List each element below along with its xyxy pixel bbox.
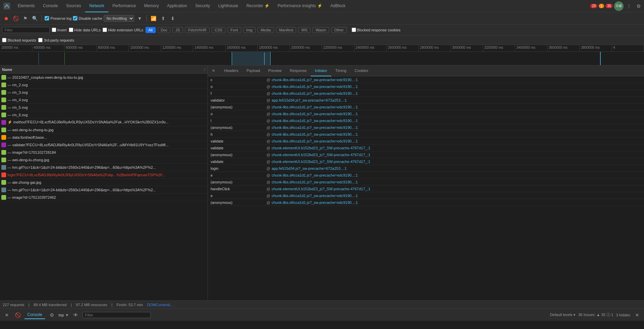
default-levels-selector[interactable]: Default levels ▾ — [550, 313, 576, 317]
initiator-row[interactable]: f @ chunk-libs.d4cca1d1.js?_sw-precache=… — [208, 90, 644, 97]
initiator-row[interactable]: validate @ chunk-elementUI.b152bd23_js?_… — [208, 158, 644, 165]
tab-memory[interactable]: Memory — [140, 0, 163, 12]
filter-icon[interactable]: ⚑ — [21, 14, 29, 23]
tab-elements[interactable]: Elements — [14, 0, 39, 12]
init-file-link[interactable]: chunk-elementUI.b152bd23_js?_SW-precache… — [272, 146, 370, 150]
init-file-link[interactable]: chunk-elementUI.b152bd23_js?_SW-precache… — [272, 187, 370, 191]
tab-sources[interactable]: Sources — [62, 0, 85, 12]
invert-checkbox[interactable] — [52, 28, 56, 32]
init-file-link[interactable]: chunk-libs.d4cca1d1.js?_sw-precache=edc9… — [272, 91, 358, 95]
settings-icon[interactable]: ⚙ — [634, 2, 643, 10]
preserve-log-checkbox[interactable] — [45, 16, 49, 20]
init-file-link[interactable]: chunk-libs.d4cca1d1.js?_sw-precache=edc9… — [272, 139, 358, 143]
tab-initiator[interactable]: Initiator — [311, 65, 331, 76]
hide-data-label[interactable]: Hide data URLs — [69, 28, 101, 32]
type-doc-btn[interactable]: Doc — [158, 27, 171, 33]
network-row[interactable]: — image?d=1701103972462 — [0, 194, 208, 201]
tab-payload[interactable]: Payload — [243, 65, 264, 76]
init-file-link[interactable]: chunk-elementUI.b152bd23_js?_SW-precache… — [272, 153, 370, 157]
init-file-link[interactable]: chunk-libs.d4cca1d1.js?_sw-precache=edc9… — [272, 132, 358, 136]
preserve-log-label[interactable]: Preserve log — [45, 16, 72, 20]
tab-network[interactable]: Network — [85, 0, 108, 12]
level-down-icon[interactable]: ▼ — [65, 313, 69, 317]
invert-label[interactable]: Invert — [52, 28, 67, 32]
eye-icon[interactable]: 👁 — [72, 311, 80, 319]
initiator-row[interactable]: h @ chunk-libs.d4cca1d1.js?_sw-precache=… — [208, 131, 644, 138]
type-media-btn[interactable]: Media — [258, 27, 274, 33]
type-other-btn[interactable]: Other — [331, 27, 347, 33]
init-file-link[interactable]: app.fe515d34.js?_sw-precache=672a253...:… — [272, 98, 347, 102]
network-row[interactable]: — hm.gif?cc=1&ck=1&cl=24-bit&ds=2560x144… — [0, 186, 208, 194]
tab-performance-insights[interactable]: Performance insights ⚡ — [274, 0, 326, 12]
init-file-link[interactable]: chunk-libs.d4cca1d1.js?_sw-precache=edc9… — [272, 85, 358, 89]
clear-icon[interactable]: 🚫 — [12, 14, 20, 23]
init-file-link[interactable]: chunk-libs.d4cca1d1.js?_sw-precache=edc9… — [272, 180, 358, 184]
close-details-icon[interactable]: ✕ — [209, 67, 217, 75]
type-fetchxhr-btn[interactable]: Fetch/XHR — [185, 27, 210, 33]
console-settings-icon[interactable]: ⚙ — [48, 311, 56, 319]
type-wasm-btn[interactable]: Wasm — [312, 27, 329, 33]
initiator-row[interactable]: validate @ chunk-elementUI.b152bd23_js?_… — [208, 145, 644, 151]
tab-recorder[interactable]: Recorder ⚡ — [242, 0, 274, 12]
tab-application[interactable]: Application — [163, 0, 191, 12]
tab-lighthouse[interactable]: Lighthouse — [214, 0, 242, 12]
initiator-row[interactable]: (anonymous) @ chunk-libs.d4cca1d1.js?_sw… — [208, 124, 644, 131]
tab-headers[interactable]: Headers — [220, 65, 243, 76]
tab-timing[interactable]: Timing — [331, 65, 351, 76]
console-error-icon[interactable]: ✕ — [3, 311, 11, 319]
init-file-link[interactable]: chunk-libs.d4cca1d1.js?_sw-precache=edc9… — [272, 119, 358, 123]
level-selector[interactable]: top ▼ — [59, 313, 69, 317]
network-row[interactable]: — wei-deng-lu-zhong.jpg — [0, 156, 208, 164]
network-row[interactable]: — data:font/woff;base... — [0, 134, 208, 141]
initiator-row[interactable]: c @ chunk-libs.d4cca1d1.js?_sw-precache=… — [208, 76, 644, 83]
hide-ext-checkbox[interactable] — [103, 28, 107, 32]
timeline-area[interactable]: 200000 ms 400000 ms 600000 ms 800000 ms … — [0, 45, 644, 65]
initiator-row[interactable]: validator @ app.fe515d34.js?_sw-precache… — [208, 97, 644, 104]
type-js-btn[interactable]: JS — [172, 27, 183, 33]
init-file-link[interactable]: chunk-elementUI.b152bd23_js?_SW-precache… — [272, 160, 370, 164]
record-icon[interactable]: ⏺ — [2, 14, 10, 23]
network-row[interactable]: — image?d=1701102728184 — [0, 149, 208, 156]
timeline-bars[interactable] — [0, 52, 644, 65]
blocked-cookies-label[interactable]: Blocked response cookies — [352, 28, 401, 32]
tab-security[interactable]: Security — [191, 0, 214, 12]
initiator-row[interactable]: l @ chunk-libs.d4cca1d1.js?_sw-precache=… — [208, 117, 644, 124]
initiator-row[interactable]: (anonymous) @ chunk-libs.d4cca1d1.js?_sw… — [208, 179, 644, 185]
network-row[interactable]: — rm_3.svg — [0, 89, 208, 96]
init-file-link[interactable]: chunk-libs.d4cca1d1.js?_sw-precache=edc9… — [272, 78, 358, 82]
network-row[interactable]: — rm_4.svg — [0, 96, 208, 104]
blocked-requests-checkbox[interactable] — [2, 38, 6, 42]
filter-input[interactable] — [2, 27, 50, 33]
network-row[interactable]: — rm_2.svg — [0, 81, 208, 89]
initiator-row[interactable]: login @ app.fe515d34.js?_sw-precache=672… — [208, 165, 644, 172]
init-file-link[interactable]: chunk-libs.d4cca1d1.js?_sw-precache=edc9… — [272, 194, 358, 198]
type-manifest-btn[interactable]: Manifest — [276, 27, 296, 33]
hide-ext-label[interactable]: Hide extension URLs — [103, 28, 143, 32]
network-row[interactable]: — rm_5.svg — [0, 104, 208, 111]
blocked-cookies-checkbox[interactable] — [352, 28, 356, 32]
more-options-icon[interactable]: ⋮ — [625, 2, 633, 10]
wifi-icon[interactable]: 📶 — [150, 14, 158, 23]
initiator-row[interactable]: (anonymous) @ chunk-libs.d4cca1d1.js?_sw… — [208, 199, 644, 206]
blocked-requests-label[interactable]: Blocked requests — [2, 38, 36, 42]
throttle-down-icon[interactable]: ▼ — [136, 14, 144, 23]
import-icon[interactable]: ⬆ — [159, 14, 167, 23]
init-file-link[interactable]: chunk-libs.d4cca1d1.js?_sw-precache=edc9… — [272, 125, 358, 130]
initiator-row[interactable]: e @ chunk-libs.d4cca1d1.js?_sw-precache=… — [208, 172, 644, 179]
type-font-btn[interactable]: Font — [228, 27, 241, 33]
search-icon[interactable]: 🔍 — [31, 14, 39, 23]
console-tab[interactable]: Console — [25, 311, 45, 319]
tab-console[interactable]: Console — [39, 0, 62, 12]
initiator-row[interactable]: (anonymous) @ chunk-libs.d4cca1d1.js?_sw… — [208, 104, 644, 110]
network-row-error[interactable]: ✕ login?FECU=8Lxcf5ADJ6bRiyAr0LR9yUX5DsY… — [0, 171, 208, 179]
disable-cache-label[interactable]: Disable cache — [73, 16, 102, 20]
init-file-link[interactable]: chunk-libs.d4cca1d1.js?_sw-precache=edc9… — [272, 200, 358, 205]
disable-cache-checkbox[interactable] — [73, 16, 77, 20]
console-clear-icon[interactable]: 🚫 — [14, 311, 22, 319]
initiator-row[interactable]: o @ chunk-libs.d4cca1d1.js?_sw-precache=… — [208, 83, 644, 90]
close-console-icon[interactable]: ✕ — [633, 311, 641, 319]
network-row[interactable]: ⚡ method?FECU=8Lxcf5ADJ6bRiyAr0LR9yUX5Ds… — [0, 119, 208, 126]
tab-preview[interactable]: Preview — [264, 65, 286, 76]
initiator-row[interactable]: (anonymous) @ chunk-elementUI.b152bd23_j… — [208, 151, 644, 158]
init-file-link[interactable]: app.fe515d34.js?_sw-precache=672a253...:… — [272, 166, 347, 170]
